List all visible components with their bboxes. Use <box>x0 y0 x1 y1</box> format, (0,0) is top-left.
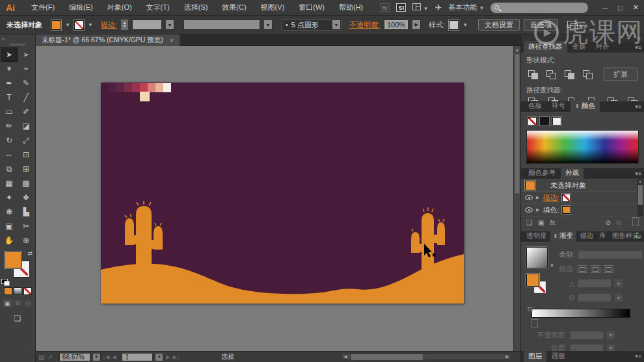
document-setup-button[interactable]: 文档设置 <box>478 19 520 31</box>
panel-menu-icon[interactable]: ▾≡ <box>635 233 641 240</box>
appearance-fill-swatch[interactable] <box>562 206 570 214</box>
opacity-dropdown[interactable]: ▶ <box>412 19 421 30</box>
tab-appearance[interactable]: 外观 <box>561 167 584 179</box>
none-swatch[interactable] <box>528 117 537 125</box>
panel-menu-icon[interactable]: ▾≡ <box>635 353 641 359</box>
palette-swatch[interactable] <box>109 83 116 92</box>
rotate-tool[interactable]: ↻ <box>1 133 18 148</box>
line-segment-tool[interactable]: ╱ <box>18 90 34 105</box>
document-tab[interactable]: 未标题-1* @ 66.67% (CMYK/GPU 预览) × <box>36 34 180 46</box>
vertical-scroll-thumb[interactable] <box>515 54 520 194</box>
horizontal-scroll-thumb[interactable] <box>351 354 423 360</box>
angle-field[interactable] <box>578 279 611 288</box>
pen-tool[interactable]: ✒ <box>1 76 18 90</box>
column-graph-tool[interactable]: ▙ <box>18 205 34 219</box>
delete-stop-icon[interactable] <box>531 320 538 328</box>
tab-symbols[interactable]: 符号 <box>547 100 570 112</box>
close-button[interactable]: ✕ <box>633 3 639 12</box>
artboard-tool[interactable]: ▣ <box>1 219 18 233</box>
palette-swatch[interactable] <box>163 83 171 92</box>
minus-front-icon[interactable] <box>546 70 557 79</box>
menu-select[interactable]: 选择(S) <box>177 3 215 12</box>
gradient-tool[interactable]: ▩ <box>18 176 34 190</box>
variable-width-profile-dropdown[interactable] <box>183 19 260 30</box>
scale-tool[interactable]: ⤢ <box>18 133 34 148</box>
lasso-tool[interactable]: ≈ <box>18 62 34 76</box>
tab-layers[interactable]: 图层 <box>524 350 546 362</box>
workspace-switcher[interactable]: 基本功能 ▼ <box>448 3 484 12</box>
curvature-tool[interactable]: ✎ <box>18 76 34 90</box>
gradient-button[interactable] <box>14 287 22 295</box>
artboard-dropdown-icon[interactable]: ▼ <box>155 353 163 361</box>
mesh-tool[interactable]: ▦ <box>1 176 18 190</box>
gradient-thumbnail[interactable] <box>526 247 548 268</box>
stop-opacity-field[interactable] <box>570 331 604 340</box>
type-tool[interactable]: T <box>1 90 18 105</box>
artboard[interactable] <box>101 83 464 304</box>
last-artboard-icon[interactable]: ▶ ▶| <box>166 354 180 360</box>
menu-window[interactable]: 窗口(W) <box>291 3 332 12</box>
stroke-weight-label[interactable]: 描边: <box>101 20 117 30</box>
preferences-button[interactable]: 首选项 <box>524 19 558 31</box>
tab-libraries[interactable]: 库 <box>597 230 609 242</box>
expand-button[interactable]: 扩展 <box>604 68 637 81</box>
gpu-performance-icon[interactable]: ✈ <box>435 3 442 12</box>
tab-gradient[interactable]: ⇕渐变 <box>550 230 577 242</box>
stroke-within-icon[interactable] <box>578 265 587 273</box>
intersect-icon[interactable] <box>564 70 575 79</box>
appearance-stroke-swatch[interactable] <box>562 194 570 201</box>
tab-color[interactable]: ⇕颜色 <box>570 100 600 112</box>
menu-type[interactable]: 文字(T) <box>139 3 177 12</box>
chevron-down-icon[interactable]: ▼ <box>463 22 468 28</box>
visibility-eye-icon[interactable] <box>525 195 533 200</box>
shape-builder-tool[interactable]: ⧉ <box>1 162 18 176</box>
white-swatch[interactable] <box>552 117 561 125</box>
menu-object[interactable]: 对象(O) <box>100 3 139 12</box>
tab-align[interactable]: 对齐 <box>591 41 614 53</box>
color-spectrum[interactable] <box>526 130 639 164</box>
alignment-options[interactable]: ▼ <box>567 21 584 29</box>
collapse-panels-icon[interactable]: » <box>637 35 641 42</box>
menu-help[interactable]: 帮助(H) <box>332 3 370 12</box>
expand-triangle-icon[interactable]: ▶ <box>536 207 539 213</box>
direct-selection-tool[interactable]: ➢ <box>18 47 34 62</box>
share-icon[interactable]: ↗ <box>47 354 52 361</box>
reverse-gradient-icon[interactable]: ⇆ <box>527 305 533 313</box>
zoom-tool[interactable]: ⊕ <box>18 233 34 248</box>
palette-swatch[interactable] <box>148 83 155 92</box>
selection-tool[interactable]: ➤ <box>1 47 18 62</box>
gradient-presets-icon[interactable]: ▼ <box>550 263 554 268</box>
tab-swatches[interactable]: 色板 <box>524 100 546 112</box>
search-input[interactable] <box>490 3 588 13</box>
artboard-navigation-field[interactable]: 1 <box>122 353 153 361</box>
free-transform-tool[interactable]: ⊡ <box>18 148 34 162</box>
stroke-color-swatch[interactable] <box>74 20 84 30</box>
perspective-grid-tool[interactable]: ⊞ <box>18 162 34 176</box>
fill-proxy-swatch[interactable] <box>5 252 21 268</box>
scroll-left-icon[interactable]: ◀ <box>342 354 349 359</box>
menu-view[interactable]: 视图(V) <box>254 3 292 12</box>
clear-appearance-icon[interactable]: ⊘ <box>605 219 610 226</box>
palette-swatch[interactable] <box>124 83 132 92</box>
palette-swatch[interactable] <box>116 83 124 92</box>
palette-offset-swatch[interactable] <box>140 92 150 101</box>
menu-file[interactable]: 文件(F) <box>24 3 62 12</box>
menu-edit[interactable]: 编辑(E) <box>62 3 100 12</box>
bridge-button[interactable]: Br <box>380 3 390 12</box>
brush-dropdown-arrow[interactable]: ▼ <box>332 19 341 30</box>
slice-tool[interactable]: ✂ <box>18 219 34 233</box>
vertical-scrollbar[interactable]: ▲ <box>513 46 520 351</box>
gradient-type-dropdown[interactable] <box>578 250 643 259</box>
chevron-down-icon[interactable]: ▼ <box>65 22 70 28</box>
stroke-along-icon[interactable] <box>591 265 600 273</box>
fx-icon[interactable]: fx. <box>550 219 557 226</box>
horizontal-scrollbar[interactable]: ◀ ▶ <box>342 354 511 360</box>
stroke-weight-field[interactable] <box>132 19 162 30</box>
appearance-stroke-label[interactable]: 描边: <box>543 193 559 203</box>
tools-drag-handle[interactable] <box>10 44 25 45</box>
panel-menu-icon[interactable]: ▾≡ <box>635 103 641 110</box>
style-swatch[interactable] <box>449 20 459 30</box>
panel-menu-icon[interactable]: ▾≡ <box>635 170 641 177</box>
duplicate-item-icon[interactable]: ⧉ <box>617 219 621 227</box>
aspect-ratio-field[interactable] <box>578 293 611 302</box>
